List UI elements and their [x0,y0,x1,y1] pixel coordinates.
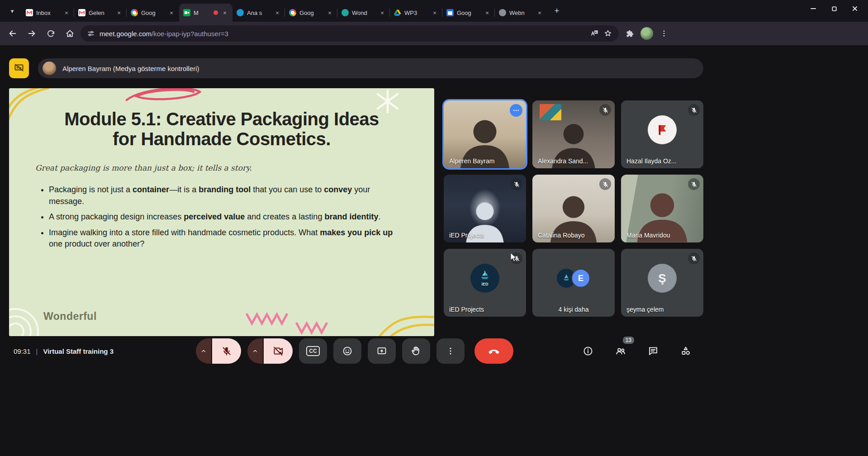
meeting-details-button[interactable] [579,342,597,360]
participant-name: Alexandra Sand... [538,157,588,165]
forward-button[interactable] [24,25,40,42]
refresh-button[interactable] [43,25,59,42]
participant-tile-maria[interactable]: Maria Mavridou [621,175,703,242]
tab-close-icon[interactable]: × [431,9,438,16]
tab-close-icon[interactable]: × [379,9,386,16]
media-display-controls-button[interactable] [9,58,29,78]
bookmark-star-icon[interactable] [603,29,612,38]
tab-label: Webn [509,10,533,16]
url-text: meet.google.com/koe-ipap-iyp?authuser=3 [100,30,585,38]
tab-label: Goog [457,10,480,16]
participant-tile-alexandra[interactable]: Alexandra Sand... [532,100,615,168]
participant-name: iED Projects [449,306,484,313]
more-options-button[interactable] [436,338,465,364]
translate-icon[interactable] [590,29,599,38]
camera-off-button[interactable] [264,338,293,364]
home-button[interactable] [62,25,78,42]
smiley-icon [342,346,353,356]
tab-google-calendar[interactable]: Goog × [442,4,495,22]
close-window-button[interactable] [844,0,865,17]
participant-count-badge: 13 [623,337,634,344]
raise-hand-button[interactable] [402,338,430,364]
more-people-label: 4 kişi daha [532,306,615,313]
extensions-icon[interactable] [621,25,638,42]
end-call-button[interactable] [474,338,513,364]
mic-options-chevron[interactable] [196,338,211,364]
back-button[interactable] [5,25,21,42]
tab-close-icon[interactable]: × [63,9,70,16]
wonderful-logo: Wonderful [43,310,97,323]
tab-close-icon[interactable]: × [115,9,123,16]
slide-bullet-list: Packaging is not just a container—it is … [49,184,407,250]
participant-tile-ied-video[interactable]: iED Projects [444,175,526,242]
info-icon [583,346,593,356]
hand-icon [411,346,422,356]
text-segment: —it is a [169,185,199,194]
meet-page: Alperen Bayram (Medya gösterme kontrolle… [0,45,868,456]
text-segment-bold: branding tool [199,185,251,194]
tab-google-2[interactable]: Goog × [285,4,337,22]
tab-search-button[interactable]: ▾ [5,3,20,19]
calendar-favicon [446,9,454,16]
mic-off-icon [688,178,700,190]
present-screen-button[interactable] [368,338,396,364]
site-info-icon[interactable] [87,29,95,38]
minimize-button[interactable] [803,0,824,17]
tab-label: Goog [141,10,165,16]
tab-ana-sayfa[interactable]: Ana s × [232,4,285,22]
browser-menu-icon[interactable] [656,25,672,42]
hazal-logo-avatar [648,115,677,144]
pink-v-decoration [244,312,344,336]
participant-tile-more-people[interactable]: E 4 kişi daha [532,249,615,317]
tab-meet-active[interactable]: M × [179,4,232,22]
captions-button[interactable]: CC [299,338,327,364]
tab-close-icon[interactable]: × [484,9,491,16]
slide-bullet: A strong packaging design increases perc… [49,211,407,223]
ied-logo-text: iED [481,282,488,286]
slide-title: Module 5.1: Creative Packaging Ideas for… [41,109,403,149]
avatar-letter: E [578,274,583,283]
letter-avatar: Ş [648,264,677,293]
tab-label: Inbox [36,10,60,16]
presenter-avatar [43,62,56,75]
activities-panel-button[interactable] [677,342,695,360]
browser-toolbar: meet.google.com/koe-ipap-iyp?authuser=3 [0,22,868,45]
meet-control-bar: 09:31 | Virtual Staff training 3 [0,338,709,364]
tab-gelen[interactable]: Gelen × [74,4,127,22]
participant-tile-alperen[interactable]: Alperen Bayram [444,100,526,168]
tab-webnode[interactable]: Webn × [495,4,547,22]
tab-label: Gelen [89,10,112,16]
mic-off-button[interactable] [212,338,241,364]
tab-inbox[interactable]: Inbox × [22,4,74,22]
chat-panel-button[interactable] [644,342,662,360]
avatar-letter: Ş [658,271,666,285]
address-bar[interactable]: meet.google.com/koe-ipap-iyp?authuser=3 [81,25,619,42]
tab-label: Goog [299,10,323,16]
text-segment: Packaging is not just a [49,185,133,194]
chevron-down-icon: ▾ [11,8,14,14]
tab-wp3[interactable]: WP3 × [390,4,442,22]
participant-tile-seyma[interactable]: Ş şeyma çelem [621,249,703,317]
participant-name: Alperen Bayram [449,157,494,165]
profile-avatar[interactable] [640,27,653,40]
tab-close-icon[interactable]: × [221,9,228,16]
tab-close-icon[interactable]: × [274,9,281,16]
tab-google-1[interactable]: Goog × [127,4,179,22]
tile-options-button[interactable] [510,104,522,117]
people-panel-button[interactable]: 13 [612,342,630,360]
camera-options-chevron[interactable] [247,338,263,364]
tab-close-icon[interactable]: × [168,9,175,16]
text-segment-bold: perceived value [184,212,245,221]
maximize-button[interactable] [824,0,844,17]
google-favicon [289,9,296,16]
tab-close-icon[interactable]: × [536,9,543,16]
presenter-banner: Alperen Bayram (Medya gösterme kontrolle… [38,58,703,78]
tab-label: M [194,10,210,16]
new-tab-button[interactable]: + [550,4,564,18]
participant-name: şeyma çelem [626,306,664,313]
tab-wonderful[interactable]: Wond × [337,4,390,22]
participant-tile-hazal[interactable]: Hazal Ilayda Oz... [621,100,703,168]
participant-tile-catalina[interactable]: Catalina Robayo [532,175,615,242]
tab-close-icon[interactable]: × [326,9,333,16]
reactions-button[interactable] [333,338,361,364]
